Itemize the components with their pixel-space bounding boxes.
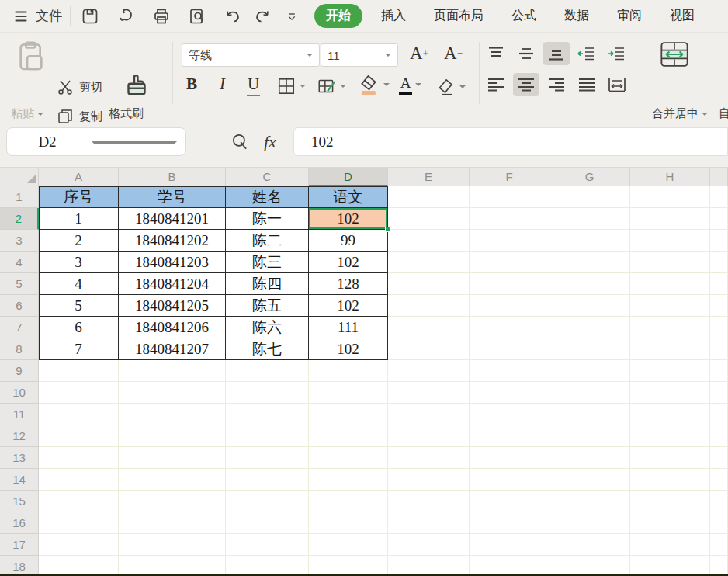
- cell-F12[interactable]: [470, 425, 549, 447]
- underline-button[interactable]: U: [247, 75, 260, 96]
- file-menu-label[interactable]: 文件: [36, 7, 62, 25]
- cell-E5[interactable]: [388, 273, 470, 295]
- cell-G12[interactable]: [549, 425, 630, 447]
- cell-A1[interactable]: 序号: [39, 186, 119, 208]
- cell-F10[interactable]: [470, 382, 549, 404]
- cell-F1[interactable]: [470, 186, 549, 208]
- hamburger-icon[interactable]: [9, 5, 33, 28]
- cell-x15[interactable]: [710, 491, 728, 512]
- cell-A13[interactable]: [39, 447, 119, 469]
- tab-home[interactable]: 开始: [314, 4, 362, 28]
- column-header-C[interactable]: C: [226, 168, 309, 186]
- cell-E11[interactable]: [388, 404, 470, 425]
- cell-x12[interactable]: [710, 425, 728, 447]
- cell-B17[interactable]: [119, 534, 226, 556]
- cell-H1[interactable]: [630, 186, 710, 208]
- column-header-A[interactable]: A: [39, 168, 119, 186]
- cell-D1[interactable]: 语文: [309, 186, 388, 208]
- cell-A17[interactable]: [39, 534, 119, 556]
- cell-C16[interactable]: [226, 512, 309, 534]
- row-header-1[interactable]: 1: [0, 186, 39, 208]
- cell-D14[interactable]: [309, 469, 388, 491]
- cell-D11[interactable]: [309, 404, 388, 425]
- cell-F15[interactable]: [470, 491, 549, 512]
- print-icon[interactable]: [150, 5, 173, 28]
- zoom-formula-icon[interactable]: [230, 132, 250, 152]
- save-icon[interactable]: [78, 5, 102, 28]
- cell-G4[interactable]: [549, 252, 630, 273]
- cell-B4[interactable]: 1840841203: [119, 252, 226, 273]
- more-commands-icon[interactable]: [280, 5, 303, 28]
- cell-E14[interactable]: [388, 469, 470, 491]
- cell-B12[interactable]: [119, 425, 226, 447]
- tab-view[interactable]: 视图: [664, 4, 701, 28]
- increase-indent-button[interactable]: [604, 42, 630, 65]
- cell-H17[interactable]: [630, 534, 710, 556]
- column-header-G[interactable]: G: [549, 168, 630, 186]
- cell-C12[interactable]: [226, 425, 309, 447]
- column-header-D[interactable]: D: [309, 168, 388, 186]
- row-header-9[interactable]: 9: [0, 360, 39, 382]
- row-header-4[interactable]: 4: [0, 252, 39, 273]
- column-header-F[interactable]: F: [470, 168, 549, 186]
- row-header-13[interactable]: 13: [0, 447, 39, 469]
- cell-x9[interactable]: [710, 360, 728, 382]
- file-menu[interactable]: 文件: [9, 5, 62, 28]
- cell-C2[interactable]: 陈一: [226, 208, 309, 230]
- cell-F9[interactable]: [470, 360, 549, 382]
- cell-B2[interactable]: 1840841201: [119, 208, 226, 230]
- cell-F5[interactable]: [470, 273, 549, 295]
- justify-button[interactable]: [574, 73, 600, 96]
- cell-F11[interactable]: [470, 404, 549, 425]
- cell-G11[interactable]: [549, 404, 630, 425]
- row-header-17[interactable]: 17: [0, 534, 39, 556]
- cell-A7[interactable]: 6: [39, 317, 119, 338]
- cell-H12[interactable]: [630, 425, 710, 447]
- select-all-corner[interactable]: [0, 168, 39, 186]
- eraser-button[interactable]: [435, 76, 466, 98]
- cell-x10[interactable]: [710, 382, 728, 404]
- cell-x5[interactable]: [710, 273, 728, 295]
- cell-style-button[interactable]: [317, 76, 346, 96]
- cell-A14[interactable]: [39, 469, 119, 491]
- cell-x8[interactable]: [710, 338, 728, 360]
- cell-D10[interactable]: [309, 382, 388, 404]
- row-header-15[interactable]: 15: [0, 491, 39, 512]
- cell-A16[interactable]: [39, 512, 119, 534]
- cell-G15[interactable]: [549, 491, 630, 512]
- cell-G3[interactable]: [549, 230, 630, 252]
- cell-F8[interactable]: [470, 338, 549, 360]
- row-header-11[interactable]: 11: [0, 404, 39, 425]
- cell-B1[interactable]: 学号: [119, 186, 226, 208]
- cell-F13[interactable]: [470, 447, 549, 469]
- cell-x14[interactable]: [710, 469, 728, 491]
- cell-H2[interactable]: [630, 208, 710, 230]
- fill-color-button[interactable]: [357, 73, 390, 96]
- cell-D8[interactable]: 102: [309, 338, 388, 360]
- cell-x11[interactable]: [710, 404, 728, 425]
- row-header-12[interactable]: 12: [0, 425, 39, 447]
- formula-input[interactable]: 102: [293, 127, 728, 156]
- cut-button[interactable]: 剪切: [56, 78, 102, 96]
- tab-insert[interactable]: 插入: [375, 4, 412, 28]
- cell-F16[interactable]: [470, 512, 549, 534]
- cell-x3[interactable]: [710, 230, 728, 252]
- cell-C7[interactable]: 陈六: [226, 317, 309, 338]
- cell-H14[interactable]: [630, 469, 710, 491]
- cell-C17[interactable]: [226, 534, 309, 556]
- cell-E13[interactable]: [388, 447, 470, 469]
- font-name-select[interactable]: 等线: [182, 43, 320, 67]
- cell-E7[interactable]: [388, 317, 470, 338]
- cell-F4[interactable]: [470, 252, 549, 273]
- cell-G16[interactable]: [549, 512, 630, 534]
- decrease-indent-button[interactable]: [574, 42, 600, 65]
- cell-B16[interactable]: [119, 512, 226, 534]
- cell-C14[interactable]: [226, 469, 309, 491]
- cell-E12[interactable]: [388, 425, 470, 447]
- name-box[interactable]: D2: [6, 127, 186, 156]
- cell-E4[interactable]: [388, 252, 470, 273]
- cell-G7[interactable]: [549, 317, 630, 338]
- cell-H7[interactable]: [630, 317, 710, 338]
- cell-C3[interactable]: 陈二: [226, 230, 309, 252]
- cell-A9[interactable]: [39, 360, 119, 382]
